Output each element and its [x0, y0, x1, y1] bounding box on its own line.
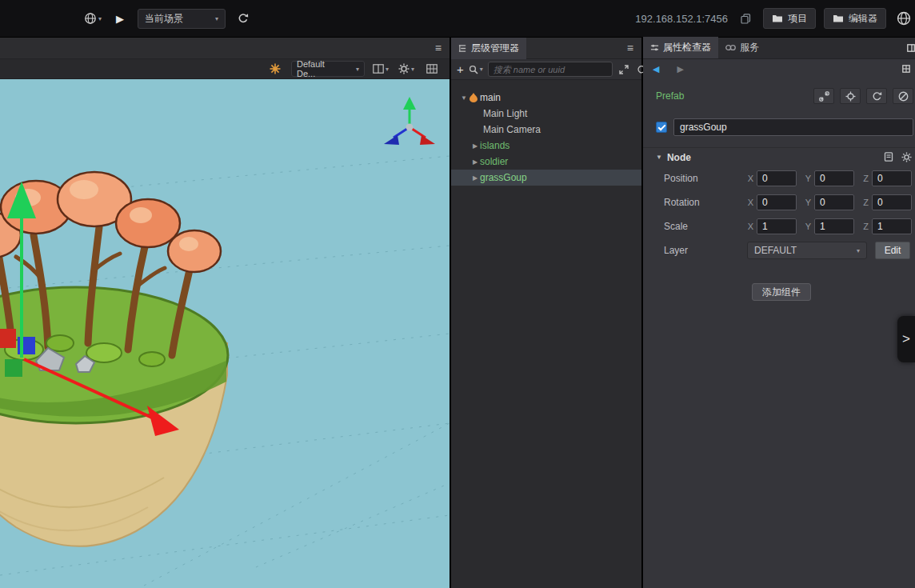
scene-settings-button[interactable]: ▾ — [397, 59, 416, 78]
scene-flame-icon — [469, 93, 477, 102]
prefab-update-button[interactable] — [866, 88, 887, 104]
scene-panel-menu-icon[interactable]: ≡ — [435, 42, 442, 54]
hierarchy-search-input[interactable] — [488, 62, 613, 77]
position-y-input[interactable] — [814, 170, 854, 186]
layer-select[interactable]: DEFAULT ▾ — [747, 242, 867, 259]
collapse-arrow-icon[interactable]: ▼ — [459, 94, 469, 102]
scale-z-input[interactable] — [872, 218, 912, 234]
panel-expand-handle[interactable]: > — [897, 316, 915, 362]
globe-icon — [897, 11, 911, 26]
play-icon: ▶ — [116, 13, 124, 25]
tree-item-main-camera[interactable]: Main Camera — [451, 122, 641, 138]
sync-icon — [872, 91, 882, 102]
hierarchy-icon — [458, 44, 467, 53]
scene-camera-select[interactable]: Default De... ▾ — [291, 61, 365, 77]
open-project-button[interactable]: 项目 — [763, 8, 816, 29]
caret-down-icon: ▾ — [411, 66, 414, 73]
preview-play-button[interactable]: ▶ — [110, 9, 130, 28]
preview-refresh-button[interactable] — [234, 9, 253, 28]
copy-address-button[interactable] — [736, 9, 755, 28]
topbar: ▾ ▶ 当前场景 ▾ 192.168.152.1:7456 — [0, 0, 915, 38]
prefab-label: Prefab — [656, 90, 684, 102]
open-project-label: 项目 — [788, 12, 807, 26]
chevron-right-icon: > — [902, 331, 910, 347]
hierarchy-panel-menu-icon[interactable]: ≡ — [627, 42, 633, 54]
axis-x-label: X — [747, 198, 753, 207]
tree-item-islands[interactable]: ▶ islands — [451, 138, 641, 154]
prefab-unlink-button[interactable] — [813, 88, 834, 104]
node-name-input[interactable] — [673, 118, 913, 136]
collapse-arrow-icon[interactable]: ▶ — [470, 142, 480, 150]
add-component-row: 添加组件 — [643, 283, 915, 301]
tab-hierarchy[interactable]: 层级管理器 — [451, 38, 526, 59]
prefab-dissolve-button[interactable] — [893, 88, 913, 104]
tree-item-label: islands — [480, 140, 509, 151]
axis-y-label: Y — [805, 198, 811, 207]
collapse-arrow-icon[interactable]: ▶ — [470, 174, 480, 182]
language-globe-button[interactable] — [894, 9, 913, 28]
position-x-input[interactable] — [757, 170, 797, 186]
tab-service[interactable]: 服务 — [718, 37, 766, 58]
collapse-arrow-icon[interactable]: ▶ — [470, 158, 480, 166]
tree-item-main[interactable]: ▼ main — [451, 90, 641, 106]
view-layout-button[interactable]: ▾ — [371, 59, 390, 78]
gear-icon[interactable] — [901, 152, 912, 162]
refresh-icon — [238, 13, 249, 24]
tab-inspector[interactable]: 属性检查器 — [643, 37, 718, 58]
node-section-label: Node — [667, 152, 691, 163]
node-section-header[interactable]: ▼ Node — [643, 147, 915, 166]
slash-circle-icon — [898, 91, 909, 102]
open-editor-button[interactable]: 编辑器 — [824, 8, 886, 29]
rotation-z-input[interactable] — [872, 194, 912, 210]
preview-scene-select[interactable]: 当前场景 ▾ — [138, 9, 226, 29]
axis-z-label: Z — [862, 174, 869, 183]
tree-item-soldier[interactable]: ▶ soldier — [451, 154, 641, 170]
axis-x-label: X — [747, 222, 753, 231]
create-node-button[interactable]: + — [457, 62, 464, 76]
layer-edit-button[interactable]: Edit — [875, 242, 910, 259]
panel-layout-icon — [907, 44, 915, 52]
inspector-panel-header: 属性检查器 服务 — [643, 38, 915, 59]
open-editor-label: 编辑器 — [849, 12, 877, 26]
property-label: Layer — [664, 245, 747, 256]
scene-viewport[interactable] — [0, 79, 450, 588]
platform-globe-button[interactable]: ▾ — [83, 9, 102, 28]
rotation-x-input[interactable] — [757, 194, 797, 210]
search-type-button[interactable]: ▾ — [469, 62, 483, 77]
gear-icon — [398, 63, 410, 74]
tree-item-grassgoup[interactable]: ▶ grassGoup — [451, 170, 641, 186]
caret-down-icon: ▾ — [480, 66, 483, 73]
scale-y-input[interactable] — [814, 218, 854, 234]
axis-y-label: Y — [805, 174, 811, 183]
caret-down-icon: ▾ — [215, 15, 218, 22]
hierarchy-panel: 层级管理器 ≡ + ▾ — [451, 38, 641, 588]
axis-x-label: X — [747, 174, 753, 183]
property-row-layer: Layer DEFAULT ▾ Edit — [643, 238, 915, 262]
gizmo-settings-button[interactable] — [266, 59, 285, 78]
search-icon — [469, 65, 478, 74]
scene-canvas[interactable] — [0, 79, 450, 586]
history-back-button[interactable]: ◀ — [653, 64, 659, 74]
panels-row: ≡ Default De... ▾ — [0, 38, 915, 588]
position-z-input[interactable] — [872, 170, 912, 186]
grid-toggle-button[interactable] — [422, 59, 442, 78]
caret-down-icon: ▾ — [386, 66, 389, 73]
rotation-y-input[interactable] — [814, 194, 854, 210]
unlink-icon — [819, 91, 829, 102]
folder-icon — [772, 14, 783, 23]
tree-item-main-light[interactable]: Main Light — [451, 106, 641, 122]
caret-down-icon: ▾ — [98, 15, 102, 22]
add-component-button[interactable]: 添加组件 — [752, 283, 811, 301]
prefab-row: Prefab — [643, 88, 915, 104]
inspector-extra-button[interactable] — [902, 65, 910, 73]
expand-all-button[interactable] — [617, 62, 630, 77]
inspector-nav: ◀ ▶ — [643, 59, 915, 78]
collapse-arrow-icon[interactable]: ▼ — [656, 154, 662, 161]
doc-icon[interactable] — [884, 152, 893, 162]
tree-item-label: main — [480, 92, 501, 103]
prefab-locate-button[interactable] — [840, 88, 861, 104]
inspector-panel-menu-icon[interactable] — [907, 44, 915, 52]
node-active-checkbox[interactable] — [656, 122, 667, 133]
scale-x-input[interactable] — [757, 218, 797, 234]
history-forward-button[interactable]: ▶ — [677, 64, 683, 74]
